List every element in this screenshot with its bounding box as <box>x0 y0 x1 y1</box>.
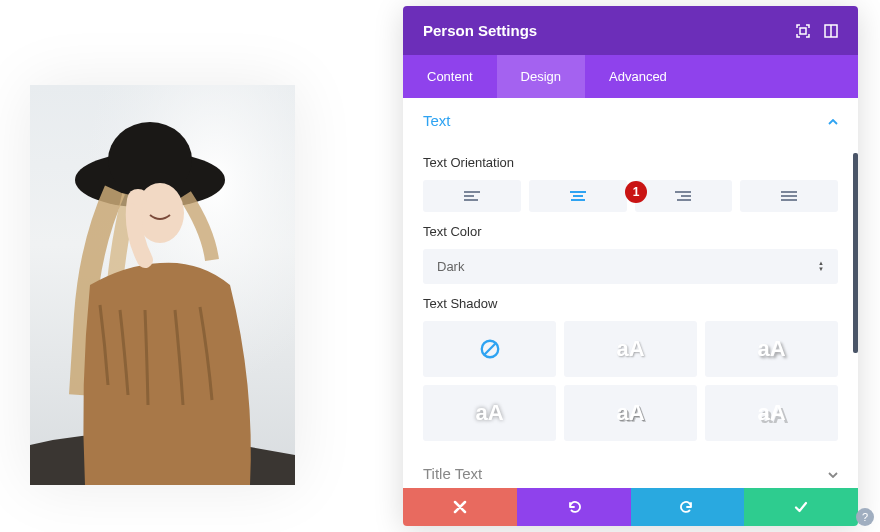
shadow-option-3[interactable]: aA <box>423 385 556 441</box>
text-color-label: Text Color <box>423 224 838 239</box>
section-title-text-header[interactable]: Title Text <box>403 451 858 488</box>
panel-body: Text Text Orientation 1 <box>403 98 858 488</box>
orientation-options: 1 <box>423 180 838 212</box>
shadow-none-button[interactable] <box>423 321 556 377</box>
snap-icon[interactable] <box>824 24 838 38</box>
header-actions <box>796 24 838 38</box>
tab-advanced[interactable]: Advanced <box>585 55 691 98</box>
svg-line-22 <box>484 343 496 355</box>
text-shadow-options: aA aA aA aA aA <box>423 321 838 441</box>
section-text-title: Text <box>423 112 451 129</box>
orientation-label: Text Orientation <box>423 155 838 170</box>
tab-design[interactable]: Design <box>497 55 585 98</box>
collapse-icon <box>828 114 838 128</box>
section-text-body: Text Orientation 1 Text Color Dark <box>403 155 858 451</box>
tab-content[interactable]: Content <box>403 55 497 98</box>
text-color-select[interactable]: Dark ▲▼ <box>423 249 838 284</box>
help-icon[interactable]: ? <box>856 508 874 526</box>
align-left-button[interactable] <box>423 180 521 212</box>
cancel-button[interactable] <box>403 488 517 526</box>
action-bar <box>403 488 858 526</box>
align-right-button[interactable] <box>635 180 733 212</box>
preview-image-container <box>30 85 295 485</box>
svg-rect-6 <box>800 28 806 34</box>
no-shadow-icon <box>479 338 501 360</box>
shadow-option-5[interactable]: aA <box>705 385 838 441</box>
expand-icon[interactable] <box>796 24 810 38</box>
person-photo <box>30 85 295 485</box>
expand-icon <box>828 467 838 481</box>
panel-title: Person Settings <box>423 22 537 39</box>
text-shadow-label: Text Shadow <box>423 296 838 311</box>
panel-header: Person Settings <box>403 6 858 55</box>
align-center-button[interactable] <box>529 180 627 212</box>
svg-point-5 <box>128 189 148 205</box>
redo-button[interactable] <box>631 488 745 526</box>
select-arrows-icon: ▲▼ <box>818 261 824 272</box>
section-text-header[interactable]: Text <box>403 98 858 143</box>
align-justify-button[interactable] <box>740 180 838 212</box>
shadow-option-1[interactable]: aA <box>564 321 697 377</box>
text-color-value: Dark <box>437 259 464 274</box>
undo-button[interactable] <box>517 488 631 526</box>
scrollbar[interactable] <box>853 153 858 353</box>
shadow-option-4[interactable]: aA <box>564 385 697 441</box>
annotation-badge-1: 1 <box>625 181 647 203</box>
shadow-option-2[interactable]: aA <box>705 321 838 377</box>
confirm-button[interactable] <box>744 488 858 526</box>
tab-bar: Content Design Advanced <box>403 55 858 98</box>
settings-panel: Person Settings Content Design Advanced … <box>403 6 858 526</box>
section-title-text-title: Title Text <box>423 465 482 482</box>
